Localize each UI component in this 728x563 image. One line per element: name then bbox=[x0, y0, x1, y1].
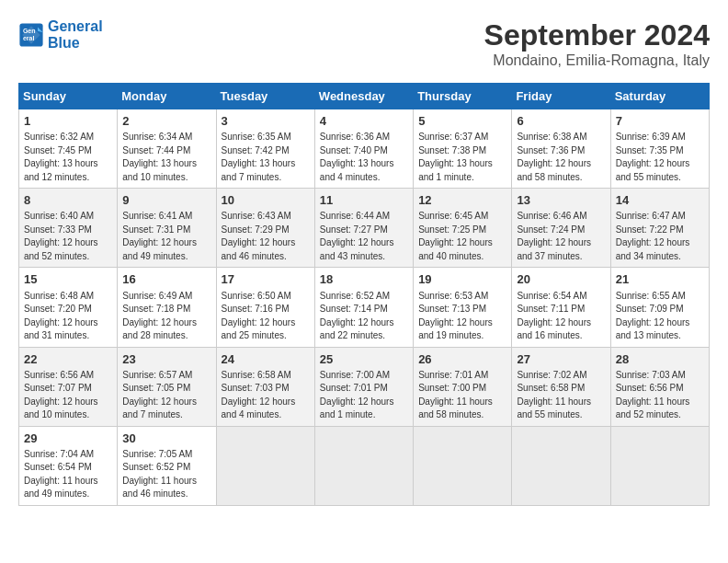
day-info: Sunrise: 7:04 AMSunset: 6:54 PMDaylight:… bbox=[24, 448, 112, 501]
day-info: Sunrise: 6:47 AMSunset: 7:22 PMDaylight:… bbox=[616, 210, 704, 263]
calendar-cell bbox=[314, 426, 413, 505]
calendar-cell: 30Sunrise: 7:05 AMSunset: 6:52 PMDayligh… bbox=[118, 426, 216, 505]
calendar-cell: 4Sunrise: 6:36 AMSunset: 7:40 PMDaylight… bbox=[314, 109, 413, 189]
logo-icon: Gen eral bbox=[18, 22, 44, 48]
day-info: Sunrise: 6:36 AMSunset: 7:40 PMDaylight:… bbox=[320, 131, 408, 184]
day-number: 11 bbox=[320, 192, 408, 209]
col-header-tuesday: Tuesday bbox=[216, 84, 314, 109]
calendar-cell: 14Sunrise: 6:47 AMSunset: 7:22 PMDayligh… bbox=[610, 189, 709, 268]
day-number: 5 bbox=[418, 113, 506, 130]
day-number: 12 bbox=[418, 192, 506, 209]
day-info: Sunrise: 6:57 AMSunset: 7:05 PMDaylight:… bbox=[122, 369, 210, 422]
day-info: Sunrise: 6:56 AMSunset: 7:07 PMDaylight:… bbox=[24, 369, 112, 422]
calendar-cell: 5Sunrise: 6:37 AMSunset: 7:38 PMDaylight… bbox=[414, 109, 512, 189]
calendar-cell: 22Sunrise: 6:56 AMSunset: 7:07 PMDayligh… bbox=[19, 347, 118, 426]
calendar-cell: 6Sunrise: 6:38 AMSunset: 7:36 PMDaylight… bbox=[512, 109, 610, 189]
svg-text:eral: eral bbox=[23, 35, 35, 41]
calendar-week-1: 1Sunrise: 6:32 AMSunset: 7:45 PMDaylight… bbox=[19, 109, 710, 189]
calendar-cell: 17Sunrise: 6:50 AMSunset: 7:16 PMDayligh… bbox=[216, 268, 314, 347]
calendar-cell: 15Sunrise: 6:48 AMSunset: 7:20 PMDayligh… bbox=[19, 268, 118, 347]
calendar-cell: 29Sunrise: 7:04 AMSunset: 6:54 PMDayligh… bbox=[19, 426, 118, 505]
day-info: Sunrise: 6:53 AMSunset: 7:13 PMDaylight:… bbox=[418, 290, 506, 343]
day-info: Sunrise: 7:02 AMSunset: 6:58 PMDaylight:… bbox=[517, 369, 605, 422]
calendar-cell: 28Sunrise: 7:03 AMSunset: 6:56 PMDayligh… bbox=[610, 347, 709, 426]
calendar-week-4: 22Sunrise: 6:56 AMSunset: 7:07 PMDayligh… bbox=[19, 347, 710, 426]
day-number: 25 bbox=[320, 351, 408, 368]
day-info: Sunrise: 7:05 AMSunset: 6:52 PMDaylight:… bbox=[122, 448, 210, 501]
day-number: 9 bbox=[122, 192, 210, 209]
day-number: 7 bbox=[616, 113, 704, 130]
col-header-monday: Monday bbox=[118, 84, 216, 109]
day-number: 28 bbox=[616, 351, 704, 368]
day-number: 15 bbox=[24, 271, 112, 288]
day-number: 2 bbox=[122, 113, 210, 130]
day-info: Sunrise: 6:55 AMSunset: 7:09 PMDaylight:… bbox=[616, 290, 704, 343]
calendar-cell: 23Sunrise: 6:57 AMSunset: 7:05 PMDayligh… bbox=[118, 347, 216, 426]
day-info: Sunrise: 6:41 AMSunset: 7:31 PMDaylight:… bbox=[122, 210, 210, 263]
day-number: 27 bbox=[517, 351, 605, 368]
calendar-week-5: 29Sunrise: 7:04 AMSunset: 6:54 PMDayligh… bbox=[19, 426, 710, 505]
calendar-cell: 11Sunrise: 6:44 AMSunset: 7:27 PMDayligh… bbox=[314, 189, 413, 268]
day-info: Sunrise: 6:40 AMSunset: 7:33 PMDaylight:… bbox=[24, 210, 112, 263]
calendar-cell: 12Sunrise: 6:45 AMSunset: 7:25 PMDayligh… bbox=[414, 189, 512, 268]
day-number: 19 bbox=[418, 271, 506, 288]
day-number: 3 bbox=[222, 113, 310, 130]
day-info: Sunrise: 6:44 AMSunset: 7:27 PMDaylight:… bbox=[320, 210, 408, 263]
calendar-week-2: 8Sunrise: 6:40 AMSunset: 7:33 PMDaylight… bbox=[19, 189, 710, 268]
day-number: 22 bbox=[24, 351, 112, 368]
day-number: 16 bbox=[122, 271, 210, 288]
day-info: Sunrise: 7:03 AMSunset: 6:56 PMDaylight:… bbox=[616, 369, 704, 422]
day-number: 24 bbox=[222, 351, 310, 368]
day-number: 30 bbox=[122, 431, 210, 447]
logo-line1: General bbox=[48, 18, 103, 35]
page-subtitle: Mondaino, Emilia-Romagna, Italy bbox=[484, 52, 710, 69]
day-info: Sunrise: 6:37 AMSunset: 7:38 PMDaylight:… bbox=[418, 131, 506, 184]
calendar-cell: 1Sunrise: 6:32 AMSunset: 7:45 PMDaylight… bbox=[19, 109, 118, 189]
calendar-cell bbox=[414, 426, 512, 505]
day-number: 21 bbox=[616, 271, 704, 288]
col-header-thursday: Thursday bbox=[414, 84, 512, 109]
day-number: 10 bbox=[222, 192, 310, 209]
title-block: September 2024 Mondaino, Emilia-Romagna,… bbox=[484, 18, 710, 69]
calendar-cell bbox=[216, 426, 314, 505]
day-number: 6 bbox=[517, 113, 605, 130]
calendar-cell: 16Sunrise: 6:49 AMSunset: 7:18 PMDayligh… bbox=[118, 268, 216, 347]
day-info: Sunrise: 6:46 AMSunset: 7:24 PMDaylight:… bbox=[517, 210, 605, 263]
day-number: 13 bbox=[517, 192, 605, 209]
calendar-cell: 25Sunrise: 7:00 AMSunset: 7:01 PMDayligh… bbox=[314, 347, 413, 426]
day-info: Sunrise: 6:35 AMSunset: 7:42 PMDaylight:… bbox=[222, 131, 310, 184]
logo: Gen eral General Blue bbox=[18, 18, 103, 51]
day-info: Sunrise: 6:43 AMSunset: 7:29 PMDaylight:… bbox=[222, 210, 310, 263]
day-info: Sunrise: 6:45 AMSunset: 7:25 PMDaylight:… bbox=[418, 210, 506, 263]
calendar-table: SundayMondayTuesdayWednesdayThursdayFrid… bbox=[18, 83, 710, 506]
day-info: Sunrise: 6:49 AMSunset: 7:18 PMDaylight:… bbox=[122, 290, 210, 343]
day-info: Sunrise: 6:32 AMSunset: 7:45 PMDaylight:… bbox=[24, 131, 112, 184]
calendar-week-3: 15Sunrise: 6:48 AMSunset: 7:20 PMDayligh… bbox=[19, 268, 710, 347]
page-title: September 2024 bbox=[484, 18, 710, 52]
calendar-cell: 24Sunrise: 6:58 AMSunset: 7:03 PMDayligh… bbox=[216, 347, 314, 426]
calendar-cell: 20Sunrise: 6:54 AMSunset: 7:11 PMDayligh… bbox=[512, 268, 610, 347]
calendar-cell: 19Sunrise: 6:53 AMSunset: 7:13 PMDayligh… bbox=[414, 268, 512, 347]
day-number: 23 bbox=[122, 351, 210, 368]
page-header: Gen eral General Blue September 2024 Mon… bbox=[18, 18, 710, 69]
day-info: Sunrise: 6:52 AMSunset: 7:14 PMDaylight:… bbox=[320, 290, 408, 343]
day-info: Sunrise: 7:01 AMSunset: 7:00 PMDaylight:… bbox=[418, 369, 506, 422]
col-header-friday: Friday bbox=[512, 84, 610, 109]
calendar-cell: 10Sunrise: 6:43 AMSunset: 7:29 PMDayligh… bbox=[216, 189, 314, 268]
day-number: 1 bbox=[24, 113, 112, 130]
header-row: SundayMondayTuesdayWednesdayThursdayFrid… bbox=[19, 84, 710, 109]
day-info: Sunrise: 7:00 AMSunset: 7:01 PMDaylight:… bbox=[320, 369, 408, 422]
calendar-cell: 13Sunrise: 6:46 AMSunset: 7:24 PMDayligh… bbox=[512, 189, 610, 268]
day-info: Sunrise: 6:50 AMSunset: 7:16 PMDaylight:… bbox=[222, 290, 310, 343]
col-header-sunday: Sunday bbox=[19, 84, 118, 109]
col-header-wednesday: Wednesday bbox=[314, 84, 413, 109]
calendar-cell: 3Sunrise: 6:35 AMSunset: 7:42 PMDaylight… bbox=[216, 109, 314, 189]
logo-line2: Blue bbox=[48, 35, 103, 52]
day-info: Sunrise: 6:39 AMSunset: 7:35 PMDaylight:… bbox=[616, 131, 704, 184]
day-number: 20 bbox=[517, 271, 605, 288]
calendar-cell: 7Sunrise: 6:39 AMSunset: 7:35 PMDaylight… bbox=[610, 109, 709, 189]
calendar-cell: 26Sunrise: 7:01 AMSunset: 7:00 PMDayligh… bbox=[414, 347, 512, 426]
calendar-cell: 27Sunrise: 7:02 AMSunset: 6:58 PMDayligh… bbox=[512, 347, 610, 426]
col-header-saturday: Saturday bbox=[610, 84, 709, 109]
day-number: 17 bbox=[222, 271, 310, 288]
